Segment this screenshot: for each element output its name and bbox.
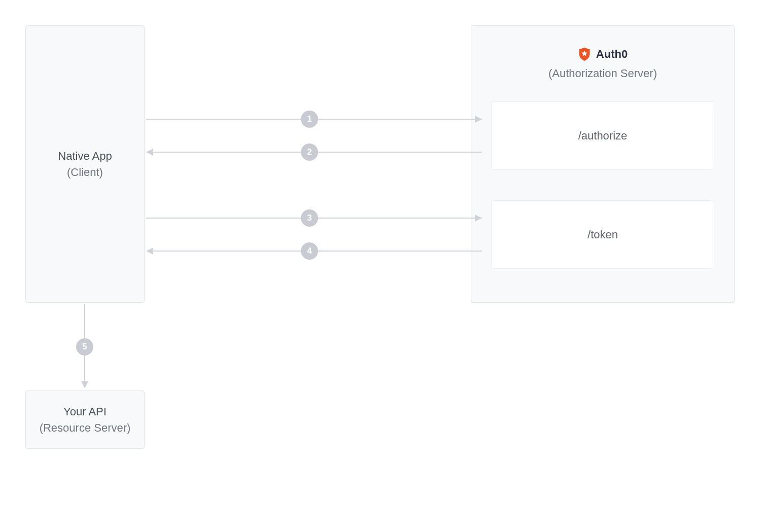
step-badge-5-label: 5 [82, 342, 87, 352]
svg-marker-3 [146, 149, 153, 156]
authorize-endpoint-label: /authorize [578, 129, 628, 143]
step-badge-4-label: 4 [307, 246, 312, 256]
step-badge-5: 5 [76, 338, 93, 356]
token-endpoint-box: /token [491, 200, 714, 269]
client-box: Native App (Client) [25, 25, 145, 303]
step-badge-2: 2 [301, 144, 318, 161]
resource-server-subtitle: (Resource Server) [40, 420, 131, 436]
step-badge-4: 4 [301, 242, 318, 260]
auth-server-subtitle: (Authorization Server) [548, 65, 657, 82]
diagram-canvas: Native App (Client) Auth0 (Authorization… [0, 0, 761, 532]
token-endpoint-label: /token [587, 228, 618, 241]
auth0-shield-icon [578, 47, 591, 62]
resource-server-title: Your API [63, 404, 107, 420]
step-badge-3: 3 [301, 209, 318, 227]
step-badge-1-label: 1 [307, 114, 312, 124]
step-badge-2-label: 2 [307, 147, 312, 157]
auth0-brand: Auth0 [578, 46, 628, 62]
step-badge-1: 1 [301, 111, 318, 128]
svg-marker-7 [146, 247, 153, 255]
auth0-brand-name: Auth0 [596, 46, 628, 62]
resource-server-box: Your API (Resource Server) [25, 391, 145, 449]
authorize-endpoint-box: /authorize [491, 101, 714, 170]
svg-marker-9 [81, 381, 88, 388]
client-subtitle: (Client) [67, 164, 103, 181]
step-badge-3-label: 3 [307, 213, 312, 223]
client-title: Native App [58, 148, 112, 164]
